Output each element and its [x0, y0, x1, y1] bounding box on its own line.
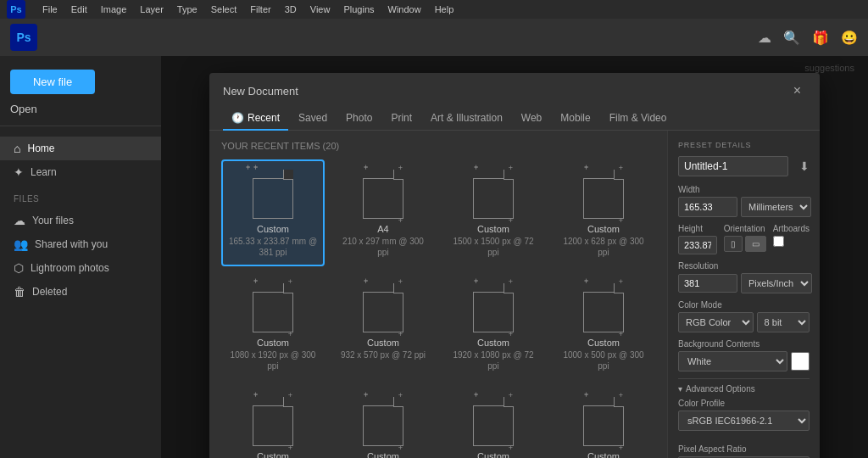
resolution-unit-select[interactable]: Pixels/Inch: [741, 273, 812, 293]
resolution-row: Pixels/Inch: [678, 273, 810, 293]
recent-item-6[interactable]: + + + + Custom 1920 x 1080 px @ 72 ppi: [442, 273, 545, 380]
recent-item-5[interactable]: + + + + Custom 932 x 570 px @ 72 ppi: [331, 273, 435, 380]
preset-name-row: ⬇: [678, 156, 810, 176]
files-section: ☁ Your files 👥 Shared with you ⬡ Lightro…: [0, 205, 161, 307]
item-name-7: Custom: [587, 338, 620, 348]
menu-view[interactable]: View: [310, 4, 331, 14]
preset-section-label: PRESET DETAILS: [678, 141, 810, 149]
item-desc-0: 165.33 x 233.87 mm @ 381 ppi: [228, 236, 318, 258]
sidebar-learn-label: Learn: [31, 166, 57, 178]
open-button[interactable]: Open: [10, 99, 37, 119]
item-name-5: Custom: [367, 338, 399, 348]
doc-icon-7: + + + +: [583, 283, 624, 332]
bg-contents-label: Background Contents: [678, 339, 810, 349]
menu-type[interactable]: Type: [177, 4, 198, 14]
tab-saved[interactable]: Saved: [290, 107, 336, 131]
user-avatar[interactable]: 😀: [841, 30, 858, 46]
modal-close-button[interactable]: ×: [788, 81, 806, 100]
sidebar-item-deleted[interactable]: 🗑 Deleted: [0, 280, 161, 304]
portrait-button[interactable]: ▯: [724, 236, 743, 252]
width-input[interactable]: [678, 197, 737, 217]
new-file-button[interactable]: New file: [10, 70, 95, 94]
sidebar-item-your-files[interactable]: ☁ Your files: [0, 209, 161, 232]
item-name-2: Custom: [477, 224, 509, 234]
artboards-checkbox[interactable]: [773, 236, 784, 247]
height-input[interactable]: [678, 236, 717, 254]
tab-mobile[interactable]: Mobile: [552, 107, 598, 131]
width-row: Millimeters: [678, 197, 810, 217]
doc-icon-6: + + + +: [473, 283, 514, 332]
item-name-0: Custom: [257, 224, 289, 234]
sidebar-item-lightroom[interactable]: ⬡ Lightroom photos: [0, 256, 161, 280]
color-profile-select[interactable]: sRGB IEC61966-2.1: [678, 411, 810, 431]
landscape-button[interactable]: ▭: [745, 236, 766, 252]
sidebar-item-shared[interactable]: 👥 Shared with you: [0, 232, 161, 256]
pixel-ratio-row: Pixel Aspect Ratio Square Pixels: [678, 444, 810, 458]
item-name-11: Custom: [587, 451, 620, 458]
doc-icon-1: + + + +: [363, 170, 403, 219]
menu-select[interactable]: Select: [211, 4, 237, 14]
cloud-icon[interactable]: ☁: [758, 30, 771, 46]
item-name-8: Custom: [257, 451, 289, 458]
recent-item-1[interactable]: + + + + A4 210 x 297 mm @ 300 ppi: [331, 159, 435, 266]
item-name-3: Custom: [587, 224, 620, 234]
recent-item-11[interactable]: + + + + Custom 1080 x 1080 px @ 72 ppi: [552, 387, 655, 458]
item-desc-4: 1080 x 1920 px @ 300 ppi: [228, 349, 318, 371]
lightroom-icon: ⬡: [14, 261, 24, 275]
menu-window[interactable]: Window: [388, 4, 421, 14]
item-name-6: Custom: [477, 338, 509, 348]
height-col: Height: [678, 224, 717, 254]
recent-item-10[interactable]: + + + + Custom 720 x 1280 px @ 300 ppi: [442, 387, 545, 458]
bg-select[interactable]: White: [678, 351, 787, 371]
tab-print[interactable]: Print: [382, 107, 420, 131]
recent-item-8[interactable]: + + + + Custom 500 x 500 px @ 300 ppi: [221, 387, 325, 458]
tab-web[interactable]: Web: [513, 107, 550, 131]
resolution-input[interactable]: [678, 274, 737, 293]
recent-item-4[interactable]: + + + + Custom 1080 x 1920 px @ 300 ppi: [221, 273, 325, 380]
menu-3d[interactable]: 3D: [285, 4, 297, 14]
sidebar-item-learn[interactable]: ✦ Learn: [0, 160, 161, 184]
modal-overlay: New Document × 🕐 Recent Saved Photo Prin…: [161, 56, 868, 458]
width-unit-select[interactable]: Millimeters: [741, 197, 811, 217]
tab-photo[interactable]: Photo: [337, 107, 381, 131]
preset-save-button[interactable]: ⬇: [799, 159, 810, 173]
gift-icon[interactable]: 🎁: [812, 30, 829, 46]
search-icon[interactable]: 🔍: [783, 30, 800, 46]
modal-title: New Document: [223, 85, 298, 98]
pixel-ratio-label: Pixel Aspect Ratio: [678, 444, 810, 454]
menu-file[interactable]: File: [42, 4, 58, 14]
trash-icon: 🗑: [14, 285, 25, 299]
color-depth-select[interactable]: 8 bit: [757, 312, 810, 332]
nav-section: ⌂ Home ✦ Learn: [0, 133, 161, 187]
recent-item-2[interactable]: + + + + Custom 1500 x 1500 px @ 72 ppi: [442, 159, 545, 266]
preset-panel: PRESET DETAILS ⬇ Width Millimeters: [667, 131, 820, 458]
color-mode-select[interactable]: RGB Color: [678, 312, 754, 332]
item-desc-6: 1920 x 1080 px @ 72 ppi: [448, 349, 538, 371]
advanced-options-toggle[interactable]: ▾ Advanced Options: [678, 384, 810, 394]
menu-edit[interactable]: Edit: [71, 4, 87, 14]
bg-contents-row: White: [678, 351, 810, 371]
modal-tabs: 🕐 Recent Saved Photo Print Art & Illustr…: [209, 100, 820, 131]
preset-name-input[interactable]: [678, 156, 788, 176]
recent-item-9[interactable]: + + + + Custom 1080 x 1080 px @ 72 ppi: [331, 387, 435, 458]
recent-item-0[interactable]: + + + + Custom 165.33 x 233.87 mm @ 381 …: [221, 159, 325, 266]
sidebar-shared-label: Shared with you: [35, 238, 108, 250]
menu-layer[interactable]: Layer: [140, 4, 164, 14]
tab-art[interactable]: Art & Illustration: [422, 107, 511, 131]
tab-recent[interactable]: 🕐 Recent: [223, 107, 288, 131]
recent-clock-icon: 🕐: [231, 112, 244, 124]
menu-filter[interactable]: Filter: [250, 4, 270, 14]
item-desc-1: 210 x 297 mm @ 300 ppi: [338, 236, 428, 258]
menu-image[interactable]: Image: [101, 4, 127, 14]
color-swatch[interactable]: [791, 352, 810, 371]
recent-item-3[interactable]: + + + + Custom 1200 x 628 px @ 300 ppi: [552, 159, 655, 266]
recent-item-7[interactable]: + + + + Custom 1000 x 500 px @ 300 ppi: [552, 273, 655, 380]
item-desc-7: 1000 x 500 px @ 300 ppi: [559, 349, 648, 371]
doc-icon-5: + + + +: [363, 283, 403, 332]
sidebar-your-files-label: Your files: [32, 215, 74, 226]
sidebar-item-home[interactable]: ⌂ Home: [0, 137, 161, 160]
menu-help[interactable]: Help: [435, 4, 454, 14]
menu-plugins[interactable]: Plugins: [343, 4, 374, 14]
width-label: Width: [678, 185, 810, 194]
tab-film[interactable]: Film & Video: [601, 107, 676, 131]
